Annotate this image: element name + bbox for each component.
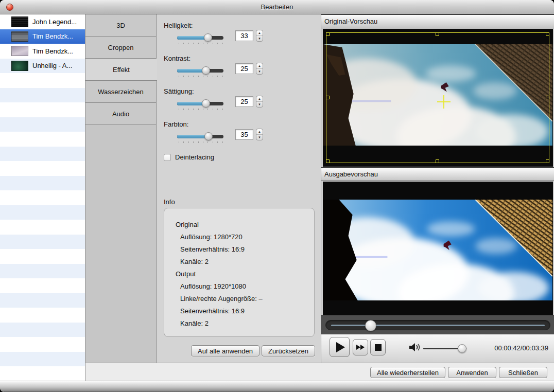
stepper-up-icon[interactable]: ▲: [256, 129, 263, 135]
crosshair-icon[interactable]: [437, 95, 451, 109]
file-list-item-selected[interactable]: Tim Bendzk...: [0, 29, 85, 44]
video-thumbnail: [11, 31, 28, 42]
stepper-up-icon[interactable]: ▲: [256, 63, 263, 69]
stepper-down-icon[interactable]: ▼: [256, 102, 263, 107]
hue-stepper[interactable]: ▲ ▼: [256, 129, 263, 140]
stepper-down-icon[interactable]: ▼: [256, 69, 263, 74]
seek-bar[interactable]: [325, 320, 550, 330]
hue-slider[interactable]: [177, 135, 223, 138]
file-list-empty-row: [0, 264, 85, 279]
file-list-empty-row: [0, 323, 85, 337]
video-thumbnail: [11, 16, 28, 27]
restore-all-button[interactable]: Alle wiederherstellen: [370, 367, 445, 378]
info-original-header: Original: [176, 219, 314, 231]
slider-fill: [177, 36, 208, 40]
file-list-empty-row: [0, 190, 85, 205]
slider-thumb[interactable]: [202, 99, 210, 108]
tab-3d[interactable]: 3D: [85, 14, 156, 37]
file-list-empty-row: [0, 235, 85, 250]
info-line: Seitenverhältnis: 16:9: [176, 243, 314, 256]
slider-thumb[interactable]: [204, 33, 212, 42]
file-list: John Legend... Tim Bendzk... Tim Bendzk.…: [0, 14, 85, 381]
seek-thumb[interactable]: [365, 320, 376, 331]
file-list-empty-row: [0, 278, 85, 293]
file-list-item[interactable]: John Legend...: [0, 14, 85, 29]
file-list-item[interactable]: Unheilig - A...: [0, 59, 85, 74]
tab-croppen[interactable]: Croppen: [85, 37, 156, 59]
info-line: Auflösung: 1920*1080: [176, 280, 314, 293]
file-name: Unheilig - A...: [32, 62, 72, 69]
file-list-empty-row: [0, 308, 85, 323]
deinterlacing-checkbox[interactable]: [164, 154, 171, 161]
reset-button[interactable]: Zurücksetzen: [262, 345, 315, 357]
tab-wasserzeichen[interactable]: Wasserzeichen: [85, 81, 156, 103]
tab-effekt[interactable]: Effekt: [85, 59, 157, 81]
info-output-header: Output: [176, 268, 314, 280]
brightness-value-field[interactable]: [235, 30, 253, 41]
volume-thumb[interactable]: [458, 344, 466, 353]
stepper-down-icon[interactable]: ▼: [256, 36, 263, 41]
saturation-value-field[interactable]: [235, 96, 253, 107]
info-line: Kanäle: 2: [176, 256, 314, 268]
crop-handle[interactable]: [436, 159, 439, 163]
crop-handle[interactable]: [326, 96, 330, 99]
tab-audio[interactable]: Audio: [85, 103, 156, 125]
slider-ticks: [179, 109, 223, 110]
stop-button[interactable]: [370, 339, 386, 355]
effect-panel: Helligkeit: ▲ ▼ Kontrast: ▲ ▼: [157, 14, 321, 363]
slider-thumb[interactable]: [202, 66, 210, 75]
output-preview-header: Ausgabevorschau: [321, 167, 554, 181]
deinterlacing-label: Deinterlacing: [175, 153, 214, 161]
effect-panel-buttons: Auf alle anwenden Zurücksetzen: [191, 345, 315, 357]
edit-dialog-window: Bearbeiten John Legend... Tim Bendzk... …: [0, 0, 554, 392]
crop-handle[interactable]: [436, 32, 439, 36]
play-icon: [336, 342, 345, 352]
slider-thumb[interactable]: [204, 132, 213, 140]
saturation-slider-group: Sättigung: ▲ ▼: [157, 87, 321, 116]
play-button[interactable]: [330, 337, 350, 357]
window-bottom-bar: [0, 381, 554, 392]
saturation-slider[interactable]: [177, 102, 223, 105]
brightness-slider-group: Helligkeit: ▲ ▼: [157, 22, 321, 50]
output-video-frame: [323, 200, 552, 300]
apply-button[interactable]: Anwenden: [448, 367, 496, 378]
volume-slider[interactable]: [423, 348, 466, 349]
original-preview-header: Original-Vorschau: [321, 14, 554, 28]
stepper-down-icon[interactable]: ▼: [256, 135, 263, 140]
file-list-item[interactable]: Tim Bendzk...: [0, 44, 85, 59]
file-list-empty-row: [0, 293, 85, 308]
brightness-stepper[interactable]: ▲ ▼: [256, 30, 263, 42]
slider-ticks: [179, 43, 223, 44]
hue-value-field[interactable]: [235, 129, 253, 140]
crop-handle[interactable]: [326, 159, 330, 163]
contrast-slider-group: Kontrast: ▲ ▼: [157, 55, 321, 83]
file-list-empty-row: [0, 352, 85, 367]
fast-forward-button[interactable]: [353, 339, 368, 355]
saturation-stepper[interactable]: ▲ ▼: [256, 96, 263, 108]
file-name: John Legend...: [32, 18, 77, 26]
file-list-empty-row: [0, 366, 85, 381]
crop-handle[interactable]: [326, 32, 330, 36]
file-list-empty-row: [0, 249, 85, 264]
apply-to-all-button[interactable]: Auf alle anwenden: [191, 345, 259, 357]
slider-fill: [177, 135, 209, 138]
contrast-stepper[interactable]: ▲ ▼: [256, 63, 263, 75]
speaker-icon: [409, 343, 421, 352]
file-list-empty-row: [0, 337, 85, 352]
info-line: Auflösung: 1280*720: [176, 231, 314, 243]
stepper-up-icon[interactable]: ▲: [256, 30, 263, 36]
contrast-value-field[interactable]: [235, 63, 253, 74]
file-list-empty-row: [0, 132, 85, 147]
stepper-up-icon[interactable]: ▲: [256, 96, 263, 102]
video-thumbnail: [11, 46, 28, 56]
seek-groove: [331, 325, 545, 326]
crop-handle[interactable]: [546, 96, 549, 99]
file-name: Tim Bendzk...: [32, 32, 73, 40]
contrast-slider[interactable]: [177, 69, 223, 73]
close-button[interactable]: Schließen: [499, 367, 547, 378]
crop-handle[interactable]: [546, 159, 549, 163]
brightness-slider[interactable]: [177, 36, 223, 40]
video-thumbnail: [11, 61, 28, 71]
crop-handle[interactable]: [546, 32, 549, 36]
file-list-empty-row: [0, 73, 85, 88]
